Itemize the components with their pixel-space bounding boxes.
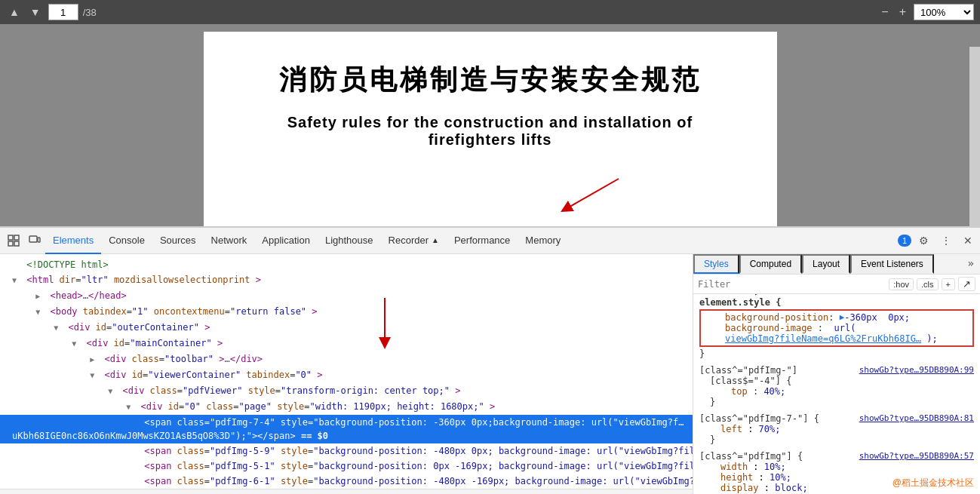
styles-bg-position-line: background-position : ▶ -360px 0px; (714, 312, 969, 323)
tab-network[interactable]: Network (204, 228, 255, 254)
span3-tag: <span (144, 461, 171, 471)
styles-rule4-file[interactable]: showGb?type…95DB890A:57 (859, 451, 974, 461)
close-devtools-button[interactable]: ✕ (959, 232, 977, 250)
filter-cls-button[interactable]: .cls (917, 278, 939, 290)
pdf-page: 消防员电梯制造与安装安全规范 Safety rules for the cons… (204, 32, 777, 226)
vc-id-attr: id (132, 370, 143, 380)
pdf-nav-down-button[interactable]: ▼ (27, 5, 44, 20)
body-oncontextmenu-value: "return false" (230, 306, 306, 317)
page-id-attr: id (168, 401, 179, 412)
styles-display-colon: : (764, 483, 775, 493)
styles-height-val: 10%; (770, 472, 791, 483)
styles-height-prop: height (720, 472, 753, 483)
styles-rule3-header: [class^="pdfImg-7-"] { showGb?type…95DB8… (699, 413, 974, 424)
head-tag: <head> (50, 290, 82, 301)
styles-top-colon: : (753, 386, 763, 397)
head-close-tag: </head> (88, 290, 127, 301)
styles-tab-styles[interactable]: Styles (693, 254, 739, 274)
pdf-zoom-plus-button[interactable]: + (896, 4, 909, 20)
html-mozattr: mozdisallowselectionprint (114, 275, 250, 285)
styles-width-val: 10%; (764, 462, 786, 472)
page-class-value: "page" (239, 401, 272, 412)
pdf-zoom-minus-button[interactable]: − (878, 4, 891, 20)
filter-add-button[interactable]: + (942, 278, 955, 290)
settings-button[interactable]: ⚙ (914, 232, 933, 250)
pdfv-style-attr: style (248, 385, 275, 396)
pdf-nav-up-button[interactable]: ▲ (6, 5, 23, 20)
html-panel[interactable]: <!DOCTYPE html> ▼ <html dir="ltr" mozdis… (0, 254, 693, 494)
styles-filter-input[interactable] (698, 279, 886, 290)
expand-toolbar[interactable]: ▶ (90, 353, 99, 367)
html-span2-line: <span class="pdfImg-5-9" style="backgrou… (0, 443, 693, 459)
expand-html[interactable]: ▼ (12, 274, 21, 287)
vc-tabindex-attr: tabindex (246, 370, 290, 380)
filter-new-rule-button[interactable]: ↗ (958, 277, 975, 291)
styles-bg-image-url-value[interactable]: viewGbImg?fileName=q6LG%2FruKbh68IG… (725, 333, 921, 344)
pdf-scrollbar-thumb[interactable] (969, 24, 980, 47)
tab-memory[interactable]: Memory (518, 228, 568, 254)
expand-main[interactable]: ▼ (72, 337, 81, 351)
svg-rect-1 (8, 235, 13, 240)
svg-rect-4 (14, 241, 19, 246)
device-toggle-button[interactable] (24, 232, 45, 250)
toolbar-tag: <div (104, 354, 126, 364)
styles-rule3-file[interactable]: showGb?type…95DB890A:81 (859, 413, 974, 423)
pdf-title-zh: 消防员电梯制造与安装安全规范 (249, 62, 732, 99)
tab-recorder[interactable]: Recorder ▲ (381, 228, 447, 254)
styles-tab-layout[interactable]: Layout (802, 254, 850, 274)
styles-rule2-file[interactable]: showGb?type…95DB890A:99 (859, 365, 974, 375)
expand-outer[interactable]: ▼ (54, 321, 63, 335)
styles-element-close-brace: } (699, 348, 974, 359)
styles-rule3-close: } (710, 434, 974, 445)
styles-rule2-selector: [class^="pdfImg-"] (699, 365, 797, 376)
tab-elements[interactable]: Elements (45, 228, 101, 254)
vc-id-value: "viewerContainer" (148, 370, 241, 380)
tab-application[interactable]: Application (254, 228, 318, 254)
tab-sources[interactable]: Sources (152, 228, 204, 254)
styles-more-button[interactable]: » (962, 254, 980, 274)
styles-rule-element: element.style { backgroun (699, 297, 974, 359)
pdf-page-total: /38 (83, 7, 97, 18)
page-style-value: "width: 1190px; height: 1680px;" (310, 401, 484, 412)
tab-console[interactable]: Console (101, 228, 152, 254)
expand-viewer-container[interactable]: ▼ (90, 369, 99, 382)
expand-body[interactable]: ▼ (35, 305, 45, 319)
styles-top-prop: top (731, 386, 748, 397)
watermark-text: @稻土掘金技术社区 (892, 477, 974, 489)
span4-class-attr: class (177, 476, 204, 486)
styles-bg-position-val: -360px 0px; (844, 312, 910, 323)
svg-rect-6 (38, 238, 40, 242)
styles-bg-image-close: ); (926, 333, 937, 344)
span4-class-value: "pdfImg-6-1" (210, 476, 275, 486)
pdfv-style-value: "transform-origin: center top;" (281, 385, 450, 396)
html-pdfviewer-line: ▼ <div class="pdfViewer" style="transfor… (0, 383, 693, 399)
styles-filter-bar: :hov .cls + ↗ (693, 275, 980, 294)
device-icon (29, 235, 41, 247)
inspect-icon (8, 235, 20, 247)
pdfv-class-value: "pdfViewer" (183, 385, 242, 396)
styles-bg-image-line1: background-image : url( (714, 323, 969, 333)
expand-page[interactable]: ▼ (126, 400, 135, 414)
page-id-value: "0" (184, 401, 201, 412)
styles-tab-event-listeners[interactable]: Event Listeners (850, 254, 934, 274)
inspect-element-button[interactable] (3, 232, 24, 250)
filter-hov-button[interactable]: :hov (889, 278, 914, 290)
pdf-content: 消防员电梯制造与安装安全规范 Safety rules for the cons… (0, 24, 980, 226)
outer-id-value: "outerContainer" (112, 322, 199, 333)
styles-rule2-line1: [class$="-4"] { (710, 376, 974, 386)
tab-lighthouse[interactable]: Lighthouse (318, 228, 381, 254)
expand-head[interactable]: ▶ (35, 290, 45, 303)
tab-performance[interactable]: Performance (447, 228, 518, 254)
styles-tabs: Styles Computed Layout Event Listeners » (693, 254, 980, 275)
styles-display-prop: display (720, 483, 759, 493)
html-selected-span-line[interactable]: <span class="pdfImg-7-4" style="backgrou… (0, 415, 693, 443)
pdf-page-input[interactable]: 1 (48, 4, 78, 20)
expand-pdfviewer[interactable]: ▼ (108, 385, 117, 398)
span3-class-value: "pdfImg-5-1" (210, 461, 275, 471)
pdf-zoom-select[interactable]: 50% 75% 100% 125% 150% 200% (914, 4, 974, 20)
pdf-scrollbar[interactable] (969, 24, 980, 226)
styles-tab-computed[interactable]: Computed (739, 254, 802, 274)
more-options-button[interactable]: ⋮ (936, 232, 956, 250)
body-tabindex-value: "1" (132, 306, 149, 317)
main-id-attr: id (114, 338, 124, 348)
